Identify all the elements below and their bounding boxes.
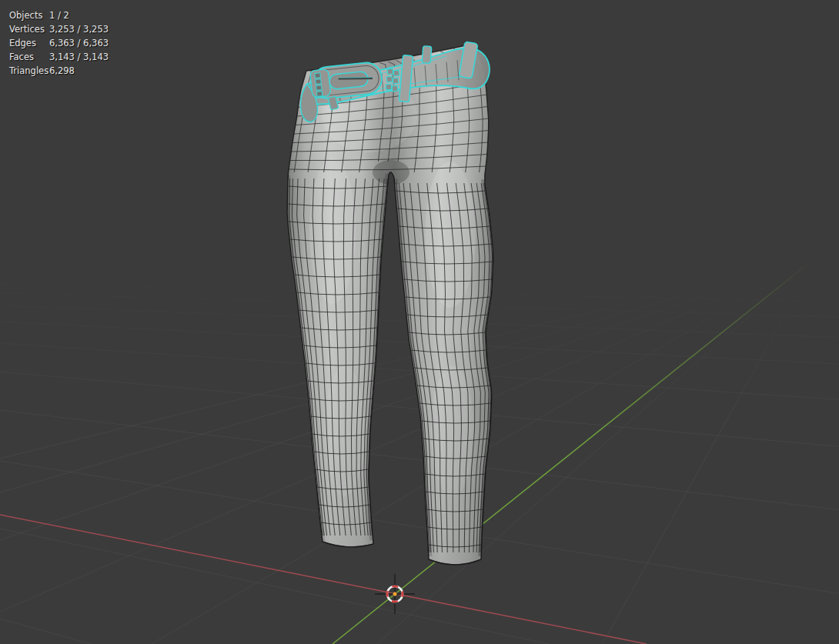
stats-label: Triangles: [9, 64, 49, 78]
stats-row-objects: Objects1 / 2: [9, 8, 109, 22]
stats-overlay: Objects1 / 2 Vertices3,253 / 3,253 Edges…: [9, 8, 109, 78]
stats-row-edges: Edges6,363 / 6,363: [9, 36, 109, 50]
stats-value: 3,253 / 3,253: [49, 22, 109, 36]
stats-label: Faces: [9, 50, 49, 64]
stats-row-faces: Faces3,143 / 3,143: [9, 50, 109, 64]
stats-value: 3,143 / 3,143: [49, 50, 109, 64]
stats-row-vertices: Vertices3,253 / 3,253: [9, 22, 109, 36]
3d-viewport[interactable]: Objects1 / 2 Vertices3,253 / 3,253 Edges…: [0, 0, 839, 644]
stats-label: Vertices: [9, 22, 49, 36]
stats-label: Objects: [9, 8, 49, 22]
viewport-canvas: [0, 0, 839, 644]
stats-row-triangles: Triangles6,298: [9, 64, 109, 78]
stats-label: Edges: [9, 36, 49, 50]
stats-value: 6,298: [49, 64, 75, 78]
3d-cursor: [375, 574, 415, 614]
stats-value: 1 / 2: [49, 8, 69, 22]
stats-value: 6,363 / 6,363: [49, 36, 109, 50]
